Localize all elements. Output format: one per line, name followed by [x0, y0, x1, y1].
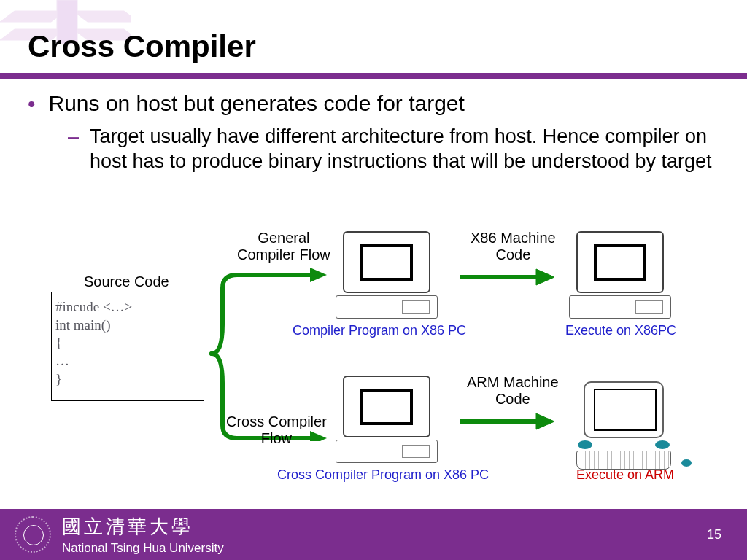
diagram-area: Source Code #incude <…> int main() { … }…: [0, 222, 747, 499]
execute-pc-x86: [576, 231, 664, 319]
compiler-program-x86-caption: Compiler Program on X86 PC: [293, 323, 466, 338]
bullet-dash-mark: –: [68, 125, 79, 149]
svg-marker-6: [536, 269, 554, 285]
execute-arm-caption: Execute on ARM: [576, 467, 674, 483]
cross-compiler-program-caption: Cross Compiler Program on X86 PC: [277, 467, 489, 483]
university-name-english: National Tsing Hua University: [62, 541, 224, 556]
page-number: 15: [707, 527, 721, 542]
slide-title: Cross Compiler: [28, 29, 256, 64]
code-line-3: {: [55, 334, 200, 352]
code-line-1: #incude <…>: [55, 298, 200, 316]
bullet-sub-text: Target usually have different architectu…: [90, 125, 721, 174]
execute-arm-device: [576, 381, 671, 470]
general-compiler-flow-label: General Compiler Flow: [237, 230, 330, 263]
source-code-box: #incude <…> int main() { … }: [51, 292, 204, 401]
x86-machine-code-label: X86 Machine Code: [471, 230, 556, 263]
compiler-pc-x86: [343, 231, 430, 319]
source-code-label: Source Code: [84, 273, 169, 290]
bullet-sub: – Target usually have different architec…: [68, 125, 721, 174]
cross-compiler-flow-label: Cross Compiler Flow: [226, 413, 327, 447]
arm-code-arrow: [456, 411, 558, 432]
bullet-main: • Runs on host but generates code for ta…: [28, 91, 721, 117]
title-underline: [0, 73, 747, 79]
code-line-5: }: [55, 370, 200, 389]
content-area: • Runs on host but generates code for ta…: [28, 91, 721, 174]
svg-marker-2: [310, 268, 327, 282]
cross-compiler-pc-x86: [343, 376, 430, 463]
university-name-chinese: 國立清華大學: [62, 514, 224, 540]
code-line-2: int main(): [55, 316, 200, 335]
x86-code-arrow: [456, 266, 558, 288]
svg-marker-8: [536, 413, 554, 429]
bullet-main-text: Runs on host but generates code for targ…: [49, 91, 465, 116]
footer-bar: 國立清華大學 National Tsing Hua University 15: [0, 509, 747, 560]
bullet-disc-mark: •: [28, 91, 36, 117]
code-line-4: …: [55, 352, 200, 370]
arm-machine-code-label: ARM Machine Code: [467, 374, 559, 408]
execute-x86-caption: Execute on X86PC: [565, 323, 676, 338]
footer-text-block: 國立清華大學 National Tsing Hua University: [62, 514, 224, 556]
university-seal-icon: [15, 516, 51, 553]
